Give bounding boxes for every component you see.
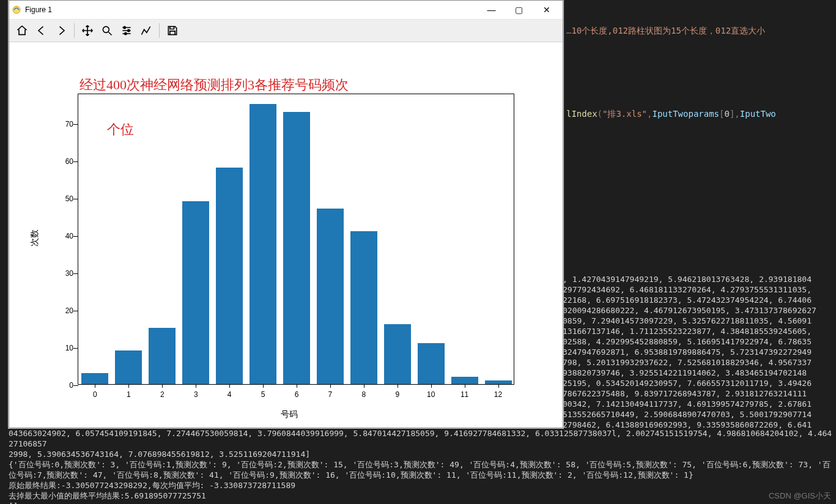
- bar: [317, 209, 344, 384]
- minimize-button[interactable]: —: [478, 1, 505, 19]
- x-tick-label: 5: [261, 390, 265, 399]
- home-icon[interactable]: [13, 21, 31, 40]
- x-tick: [465, 384, 465, 388]
- y-tick-label: 50: [56, 195, 73, 203]
- bar: [283, 112, 310, 384]
- svg-point-1: [103, 26, 109, 32]
- toolbar-separator: [159, 23, 160, 38]
- bar: [451, 377, 478, 384]
- x-tick: [95, 384, 95, 388]
- editor-snippet: …10个长度,012路柱状图为15个长度，012直选大小 lIndex("排3.…: [563, 0, 836, 132]
- bar: [418, 343, 445, 384]
- y-tick: [73, 161, 78, 162]
- save-icon[interactable]: [163, 21, 182, 40]
- bar: [115, 350, 142, 384]
- y-tick: [73, 385, 78, 386]
- plot-area: 经过400次神经网络预测排列3各推荐号码频次 个位 次数 号码 01234567…: [9, 42, 563, 428]
- y-tick-label: 70: [56, 120, 73, 128]
- matplotlib-toolbar: [9, 20, 563, 42]
- pan-icon[interactable]: [78, 21, 97, 40]
- back-icon[interactable]: [32, 21, 51, 40]
- app-icon: [12, 5, 21, 15]
- x-tick-label: 9: [395, 390, 399, 399]
- x-tick: [364, 384, 364, 388]
- x-tick: [162, 384, 163, 388]
- watermark: CSDN @GIS小天: [769, 491, 831, 502]
- y-tick-label: 30: [56, 269, 73, 278]
- y-tick: [73, 199, 78, 199]
- code-line: lIndex("排3.xls",IputTwoparams[0],IputTwo: [566, 108, 832, 120]
- x-tick: [431, 384, 432, 388]
- y-tick-label: 40: [56, 232, 73, 240]
- forward-icon[interactable]: [52, 21, 70, 40]
- y-tick: [73, 311, 78, 311]
- x-tick: [297, 384, 297, 388]
- code-line: …10个长度,012路柱状图为15个长度，012直选大小: [566, 24, 832, 37]
- x-tick: [498, 384, 499, 388]
- subplots-icon[interactable]: [137, 21, 155, 40]
- y-axis-label: 次数: [29, 229, 40, 246]
- x-tick-label: 8: [362, 390, 366, 399]
- x-tick-label: 2: [160, 390, 165, 399]
- bar: [182, 201, 209, 384]
- bar: [250, 104, 276, 384]
- y-tick-label: 60: [56, 157, 73, 166]
- bar: [216, 168, 243, 384]
- svg-point-4: [125, 32, 127, 34]
- configure-icon[interactable]: [117, 21, 136, 40]
- window-title: Figure 1: [25, 6, 52, 14]
- y-tick: [73, 273, 78, 274]
- x-tick: [263, 384, 264, 388]
- bar: [384, 324, 411, 384]
- y-tick-label: 20: [56, 306, 73, 315]
- y-tick: [73, 124, 78, 125]
- y-tick-label: 0: [56, 381, 73, 390]
- svg-point-0: [13, 6, 20, 13]
- x-tick: [229, 384, 230, 388]
- toolbar-separator: [74, 23, 75, 38]
- x-tick-label: 6: [295, 390, 299, 399]
- titlebar[interactable]: Figure 1 — ▢ ✕: [9, 1, 563, 20]
- bar: [149, 328, 176, 384]
- console-output-right: , 1.4270439147949219, 5.946218013763428,…: [563, 274, 836, 430]
- zoom-icon[interactable]: [98, 21, 116, 40]
- x-tick-label: 10: [427, 390, 435, 399]
- x-tick-label: 1: [127, 390, 131, 399]
- bar: [81, 373, 108, 384]
- x-tick: [330, 384, 331, 388]
- x-axis-label: 号码: [281, 409, 298, 420]
- chart-title: 经过400次神经网络预测排列3各推荐号码频次: [80, 76, 349, 94]
- chart-axes: 0123456789101112010203040506070: [78, 94, 514, 385]
- x-tick-label: 4: [227, 390, 232, 399]
- y-tick: [73, 236, 78, 237]
- svg-point-2: [124, 26, 125, 28]
- x-tick: [196, 384, 196, 388]
- maximize-button[interactable]: ▢: [505, 1, 533, 19]
- x-tick-label: 11: [461, 390, 468, 399]
- bar: [350, 231, 377, 384]
- x-tick-label: 12: [494, 390, 502, 399]
- x-tick-label: 0: [93, 390, 97, 399]
- close-button[interactable]: ✕: [533, 1, 560, 19]
- y-tick-label: 10: [56, 344, 73, 352]
- svg-point-3: [128, 29, 130, 31]
- figure-window: Figure 1 — ▢ ✕ 经过400次神经网络预测排列3各推荐号码频次 个位…: [9, 0, 563, 428]
- x-tick: [398, 384, 398, 388]
- x-tick-label: 7: [328, 390, 333, 399]
- x-tick-label: 3: [194, 390, 198, 399]
- x-tick: [128, 384, 129, 388]
- console-output-bottom: 043663024902, 6.057454109191845, 7.27446…: [9, 428, 836, 504]
- y-tick: [73, 348, 78, 349]
